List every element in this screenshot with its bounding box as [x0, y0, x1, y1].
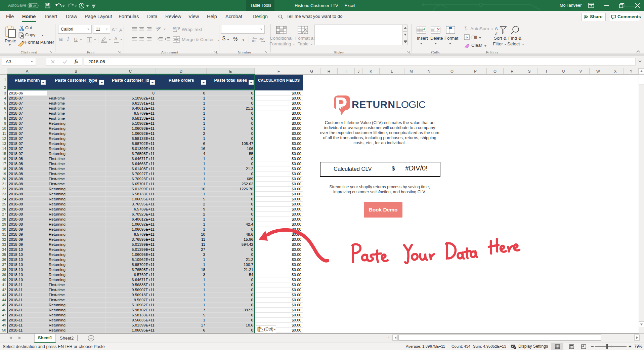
- svg-text:Off: Off: [33, 4, 37, 7]
- svg-text:LOGIC: LOGIC: [396, 99, 426, 110]
- svg-text:.00: .00: [251, 39, 256, 43]
- svg-text:RETURN: RETURN: [352, 99, 395, 110]
- svg-text:ab: ab: [173, 26, 177, 30]
- svg-text:Z: Z: [495, 31, 498, 36]
- svg-text:A: A: [495, 26, 498, 31]
- svg-text:ab: ab: [156, 27, 160, 30]
- svg-text:.00: .00: [259, 37, 264, 40]
